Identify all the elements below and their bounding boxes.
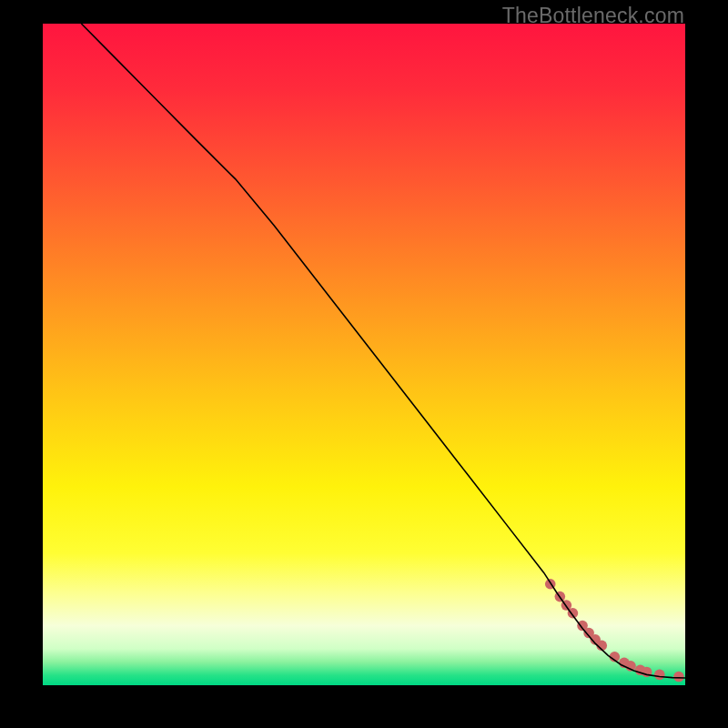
- data-point: [673, 672, 684, 682]
- chart-frame: TheBottleneck.com: [0, 0, 728, 728]
- plot-area: [43, 24, 685, 685]
- data-point: [654, 670, 665, 681]
- plot-svg: [43, 24, 685, 685]
- gradient-background: [43, 24, 685, 685]
